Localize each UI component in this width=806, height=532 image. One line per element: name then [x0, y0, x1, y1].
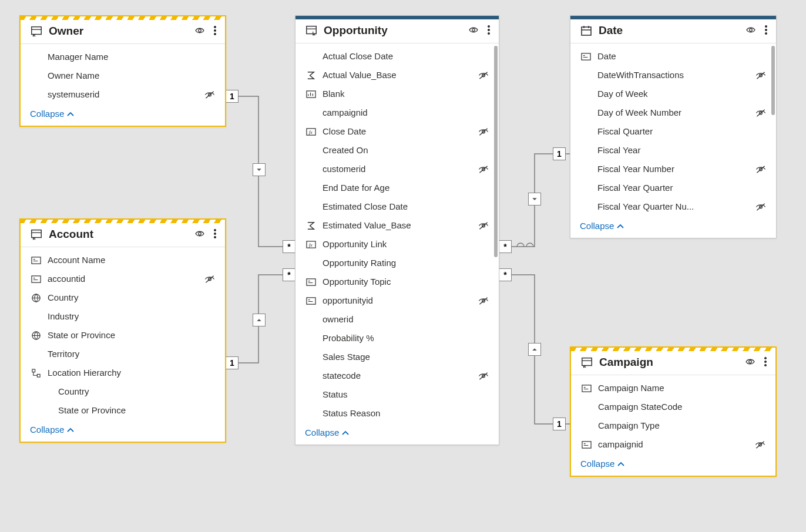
collapse-button[interactable]: Collapse: [295, 423, 499, 445]
field-label: opportunityid: [323, 294, 476, 308]
calc-type-icon: [305, 127, 317, 137]
field-label: Created On: [323, 143, 476, 157]
field-label: State or Province: [48, 403, 203, 417]
table-campaign[interactable]: Campaign Campaign NameCampaign StateCode…: [570, 346, 777, 477]
field-row[interactable]: Close Date: [295, 122, 499, 141]
collapse-button[interactable]: Collapse: [571, 454, 775, 476]
calc-type-icon: [305, 240, 317, 250]
field-row[interactable]: Estimated Value_Base: [295, 216, 499, 235]
hidden-icon: [754, 70, 768, 80]
field-row[interactable]: Fiscal Year: [570, 141, 776, 160]
collapse-label: Collapse: [580, 221, 614, 231]
field-row[interactable]: Manager Name: [21, 48, 225, 66]
scrollbar-thumb[interactable]: [494, 46, 498, 257]
field-row[interactable]: Fiscal Year Quarter: [570, 179, 776, 197]
field-row[interactable]: Estimated Close Date: [295, 197, 499, 216]
more-icon[interactable]: [487, 25, 491, 37]
table-opportunity[interactable]: Opportunity Actual Close DateActual Valu…: [295, 15, 499, 445]
field-row[interactable]: Date: [570, 47, 776, 66]
field-label: customerid: [323, 162, 476, 176]
visibility-icon[interactable]: [744, 25, 757, 36]
field-row[interactable]: campaignid: [571, 435, 775, 454]
field-row[interactable]: systemuserid: [21, 85, 225, 104]
text-type-icon: [580, 383, 592, 393]
field-row[interactable]: Fiscal Year Quarter Nu...: [570, 197, 776, 216]
field-label: Sales Stage: [323, 350, 476, 364]
visibility-icon[interactable]: [193, 229, 206, 240]
table-title: Opportunity: [324, 24, 467, 37]
field-row[interactable]: Probability %: [295, 329, 499, 348]
field-row[interactable]: Status: [295, 385, 499, 404]
field-row[interactable]: ownerid: [295, 310, 499, 329]
field-row[interactable]: Location Hierarchy: [21, 363, 225, 382]
field-row[interactable]: Fiscal Quarter: [570, 122, 776, 141]
field-row[interactable]: Status Reason: [295, 404, 499, 423]
text-type-icon: [305, 277, 317, 287]
field-row[interactable]: Opportunity Topic: [295, 272, 499, 291]
field-row[interactable]: Day of Week Number: [570, 103, 776, 122]
field-row[interactable]: State or Province: [21, 401, 225, 420]
hidden-icon: [754, 202, 768, 212]
field-row[interactable]: Day of Week: [570, 85, 776, 103]
field-row[interactable]: Owner Name: [21, 66, 225, 85]
cardinality-badge: 1: [553, 417, 566, 430]
more-icon[interactable]: [213, 228, 217, 241]
field-row[interactable]: DateWithTransactions: [570, 66, 776, 85]
field-row[interactable]: Account Name: [21, 251, 225, 270]
field-list: Manager NameOwner Namesystemuserid: [21, 44, 225, 104]
field-label: Estimated Value_Base: [323, 218, 476, 233]
field-list: Campaign NameCampaign StateCodeCampaign …: [571, 375, 775, 454]
hidden-icon: [753, 440, 767, 450]
field-row[interactable]: Actual Value_Base: [295, 66, 499, 85]
field-label: DateWithTransactions: [597, 68, 754, 82]
table-header[interactable]: Date: [570, 19, 776, 43]
text-type-icon: [30, 274, 42, 284]
field-row[interactable]: accountid: [21, 270, 225, 288]
field-row[interactable]: Territory: [21, 345, 225, 363]
field-row[interactable]: Sales Stage: [295, 348, 499, 366]
field-row[interactable]: Country: [21, 288, 225, 307]
filter-arrow-icon: [528, 193, 541, 206]
field-row[interactable]: opportunityid: [295, 291, 499, 310]
text-type-icon: [580, 52, 592, 62]
chevron-up-icon: [66, 426, 75, 434]
field-row[interactable]: Opportunity Link: [295, 235, 499, 254]
field-row[interactable]: Campaign Name: [571, 379, 775, 398]
field-row[interactable]: Industry: [21, 307, 225, 326]
more-icon[interactable]: [764, 25, 768, 37]
visibility-icon[interactable]: [467, 25, 480, 36]
field-row[interactable]: End Date for Age: [295, 179, 499, 197]
field-row[interactable]: Country: [21, 382, 225, 401]
sum-type-icon: [305, 221, 317, 231]
field-row[interactable]: State or Province: [21, 326, 225, 345]
table-header[interactable]: Opportunity: [295, 19, 499, 43]
collapse-button[interactable]: Collapse: [570, 216, 776, 238]
field-row[interactable]: Blank: [295, 85, 499, 103]
field-label: Fiscal Year: [597, 143, 754, 157]
table-owner[interactable]: Owner Manager NameOwner Namesystemuserid…: [19, 15, 226, 127]
field-row[interactable]: campaignid: [295, 103, 499, 122]
table-icon: [30, 228, 43, 241]
model-canvas[interactable]: 1 * 1 * 1 * 1 * Owner Manager NameOwner …: [0, 0, 806, 532]
collapse-button[interactable]: Collapse: [21, 420, 225, 442]
field-row[interactable]: Opportunity Rating: [295, 254, 499, 272]
field-row[interactable]: Campaign Type: [571, 416, 775, 435]
visibility-icon[interactable]: [193, 26, 206, 37]
more-icon[interactable]: [764, 356, 767, 369]
field-row[interactable]: statecode: [295, 366, 499, 385]
table-header[interactable]: Campaign: [571, 351, 775, 375]
field-row[interactable]: Campaign StateCode: [571, 398, 775, 416]
field-row[interactable]: Actual Close Date: [295, 47, 499, 66]
scrollbar-thumb[interactable]: [771, 46, 775, 115]
field-row[interactable]: Created On: [295, 141, 499, 160]
table-header[interactable]: Owner: [21, 20, 225, 44]
field-row[interactable]: customerid: [295, 160, 499, 179]
visibility-icon[interactable]: [744, 357, 757, 368]
table-account[interactable]: Account Account NameaccountidCountryIndu…: [19, 218, 226, 443]
table-date[interactable]: Date DateDateWithTransactionsDay of Week…: [570, 15, 777, 238]
more-icon[interactable]: [213, 25, 217, 38]
field-row[interactable]: Fiscal Year Number: [570, 160, 776, 179]
date-icon: [580, 24, 593, 37]
table-header[interactable]: Account: [21, 223, 225, 247]
collapse-button[interactable]: Collapse: [21, 104, 225, 126]
